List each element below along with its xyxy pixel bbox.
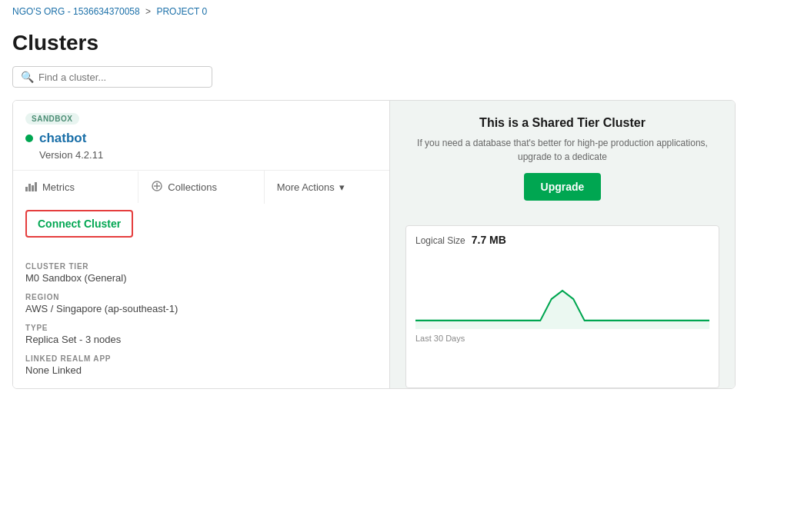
search-input[interactable] — [38, 71, 204, 83]
status-dot — [25, 135, 33, 142]
breadcrumb: NGO'S ORG - 1536634370058 > PROJECT 0 — [0, 0, 794, 23]
cluster-actions-bar: Metrics Collections More Actions ▾ — [13, 170, 389, 204]
cluster-name-row: chatbot — [13, 131, 389, 149]
chart-value: 7.7 MB — [472, 234, 506, 246]
cluster-name[interactable]: chatbot — [39, 131, 86, 146]
metrics-label: Metrics — [42, 181, 75, 193]
chart-section: Logical Size 7.7 MB Last 30 Days — [405, 225, 719, 388]
cluster-tier-value: M0 Sandbox (General) — [25, 272, 377, 284]
cluster-version: Version 4.2.11 — [13, 149, 389, 170]
region-value: AWS / Singapore (ap-southeast-1) — [25, 303, 377, 314]
page-title: Clusters — [12, 31, 782, 55]
chart-footer: Last 30 Days — [415, 329, 709, 347]
shared-tier-description: If you need a database that's better for… — [405, 136, 719, 164]
cluster-tier-label: CLUSTER TIER — [25, 262, 377, 271]
metrics-button[interactable]: Metrics — [13, 171, 138, 203]
chart-label: Logical Size — [415, 235, 465, 246]
svg-marker-7 — [415, 291, 709, 329]
collections-label: Collections — [168, 181, 217, 193]
cluster-left-panel: SANDBOX chatbot Version 4.2.11 Metrics — [13, 101, 390, 388]
svg-rect-2 — [32, 185, 34, 191]
linked-realm-value: None Linked — [25, 364, 377, 376]
more-actions-button[interactable]: More Actions ▾ — [265, 172, 389, 202]
svg-rect-3 — [35, 182, 37, 191]
page-header: Clusters 🔍 — [0, 23, 794, 100]
cluster-right-panel: This is a Shared Tier Cluster If you nee… — [390, 101, 735, 388]
breadcrumb-project[interactable]: PROJECT 0 — [156, 6, 207, 17]
more-actions-label: More Actions — [277, 181, 335, 193]
svg-rect-0 — [25, 187, 28, 191]
cluster-badge: SANDBOX — [25, 113, 79, 125]
collections-icon — [151, 180, 163, 195]
chart-header: Logical Size 7.7 MB — [415, 234, 709, 246]
shared-tier-title: This is a Shared Tier Cluster — [405, 116, 719, 130]
type-value: Replica Set - 3 nodes — [25, 334, 377, 345]
cluster-card: SANDBOX chatbot Version 4.2.11 Metrics — [12, 100, 736, 389]
chart-area — [415, 252, 709, 329]
search-icon: 🔍 — [21, 71, 34, 83]
breadcrumb-separator: > — [145, 6, 151, 17]
type-label: TYPE — [25, 324, 377, 332]
svg-rect-1 — [28, 184, 31, 191]
connect-cluster-section[interactable]: Connect Cluster — [25, 210, 133, 238]
breadcrumb-org[interactable]: NGO'S ORG - 1536634370058 — [12, 6, 140, 17]
linked-realm-label: LINKED REALM APP — [25, 354, 377, 363]
shared-tier-banner: This is a Shared Tier Cluster If you nee… — [405, 116, 719, 201]
search-bar: 🔍 — [12, 66, 212, 88]
region-label: REGION — [25, 293, 377, 301]
chevron-down-icon: ▾ — [339, 181, 345, 193]
collections-button[interactable]: Collections — [138, 171, 264, 204]
cluster-details: CLUSTER TIER M0 Sandbox (General) REGION… — [13, 244, 389, 388]
metrics-icon — [25, 181, 38, 194]
connect-cluster-label: Connect Cluster — [38, 218, 121, 230]
upgrade-button[interactable]: Upgrade — [524, 173, 602, 201]
